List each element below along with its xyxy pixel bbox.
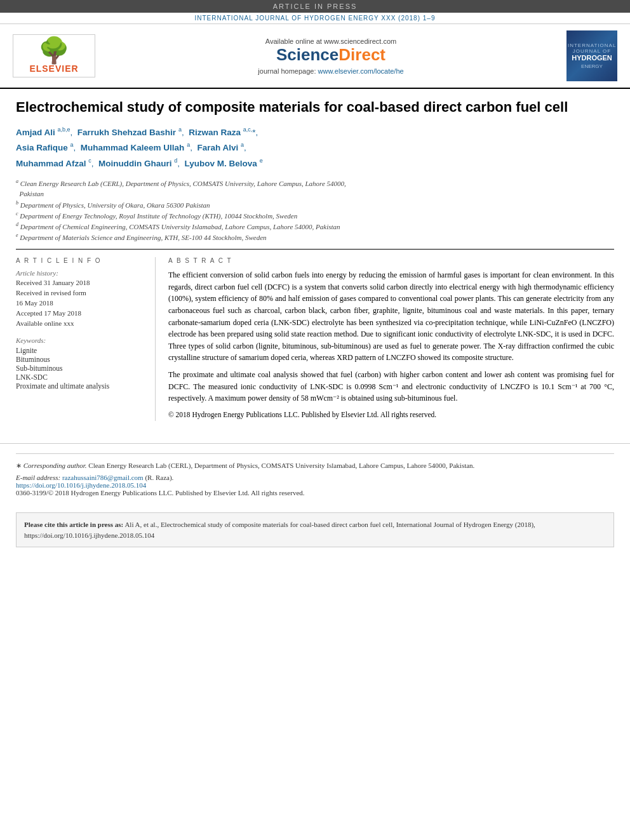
abstract-text: The efficient conversion of solid carbon…: [168, 269, 614, 420]
doi-link[interactable]: https://doi.org/10.1016/j.ijhydene.2018.…: [16, 481, 146, 489]
abstract-copyright: © 2018 Hydrogen Energy Publications LLC.…: [168, 410, 614, 421]
footer-divider: [16, 453, 614, 454]
corresponding-author-block: ∗ Corresponding author. Clean Energy Res…: [16, 460, 614, 471]
keyword-lignite: Lignite: [16, 347, 145, 354]
affiliation-a: a Clean Energy Research Lab (CERL), Depa…: [16, 178, 614, 199]
email-label: E-mail address:: [16, 474, 60, 481]
available-online-text: Available online at www.sciencedirect.co…: [95, 37, 566, 45]
corresponding-address: Clean Energy Research Lab (CERL), Depart…: [88, 462, 474, 469]
received-revised-date: 16 May 2018: [16, 299, 145, 307]
keyword-bituminous: Bituminous: [16, 356, 145, 363]
journal-cover: INTERNATIONAL JOURNAL OF HYDROGEN ENERGY: [566, 30, 617, 81]
article-in-press-banner: ARTICLE IN PRESS: [0, 0, 630, 13]
email-link[interactable]: razahussaini786@gmail.com: [62, 474, 144, 481]
affiliation-e: e Department of Materials Science and En…: [16, 232, 614, 243]
accepted-date: Accepted 17 May 2018: [16, 309, 145, 317]
main-content: Electrochemical study of composite mater…: [0, 89, 630, 430]
keywords-label: Keywords:: [16, 337, 145, 344]
divider-1: [16, 249, 614, 250]
keywords-section: Keywords: Lignite Bituminous Sub-bitumin…: [16, 337, 145, 390]
abstract-col: A B S T R A C T The efficient conversion…: [168, 257, 614, 420]
journal-homepage-text: journal homepage: www.elsevier.com/locat…: [95, 67, 566, 75]
keyword-lnk-sdc: LNK-SDC: [16, 373, 145, 381]
top-header: 🌳 ELSEVIER Available online at www.scien…: [0, 24, 630, 89]
abstract-paragraph-1: The efficient conversion of solid carbon…: [168, 269, 614, 364]
elsevier-brand-text: ELSEVIER: [17, 63, 91, 74]
keyword-proximate: Proximate and ultimate analysis: [16, 382, 145, 390]
affiliation-d: d Department of Chemical Engineering, CO…: [16, 221, 614, 232]
two-col-layout: A R T I C L E I N F O Article history: R…: [16, 257, 614, 420]
cover-title: HYDROGEN: [572, 54, 612, 62]
please-cite-label: Please cite this article in press as:: [24, 521, 123, 528]
elsevier-logo: 🌳 ELSEVIER: [13, 34, 95, 77]
header-center: Available online at www.sciencedirect.co…: [95, 37, 566, 75]
email-suffix: (R. Raza).: [145, 474, 173, 481]
journal-homepage-link[interactable]: www.elsevier.com/locate/he: [318, 67, 404, 75]
email-block: E-mail address: razahussaini786@gmail.co…: [16, 474, 614, 481]
article-info-col: A R T I C L E I N F O Article history: R…: [16, 257, 156, 420]
keyword-sub-bituminous: Sub-bituminous: [16, 364, 145, 372]
citation-box: Please cite this article in press as: Al…: [16, 512, 614, 547]
sciencedirect-logo: ScienceDirect: [95, 45, 566, 65]
issn-line: 0360-3199/© 2018 Hydrogen Energy Publica…: [16, 489, 614, 497]
received-revised-label: Received in revised form: [16, 289, 145, 297]
abstract-header: A B S T R A C T: [168, 257, 614, 264]
article-history: Article history: Received 31 January 201…: [16, 269, 145, 327]
abstract-paragraph-2: The proximate and ultimate coal analysis…: [168, 369, 614, 404]
affiliations-block: a Clean Energy Research Lab (CERL), Depa…: [16, 178, 614, 243]
available-online: Available online xxx: [16, 319, 145, 327]
cover-subtitle: ENERGY: [581, 63, 603, 69]
authors-block: Amjad Ali a,b,e, Farrukh Shehzad Bashir …: [16, 124, 614, 171]
footer-area: ∗ Corresponding author. Clean Energy Res…: [0, 443, 630, 507]
received-date: Received 31 January 2018: [16, 279, 145, 286]
affiliation-b: b Department of Physics, University of O…: [16, 199, 614, 210]
elsevier-tree-icon: 🌳: [17, 38, 91, 63]
article-info-header: A R T I C L E I N F O: [16, 257, 145, 264]
corresponding-label: ∗ Corresponding author.: [16, 462, 87, 469]
article-title: Electrochemical study of composite mater…: [16, 98, 614, 117]
history-label: Article history:: [16, 269, 145, 277]
affiliation-c: c Department of Energy Technology, Royal…: [16, 210, 614, 221]
journal-header-bar: INTERNATIONAL JOURNAL OF HYDROGEN ENERGY…: [0, 13, 630, 24]
